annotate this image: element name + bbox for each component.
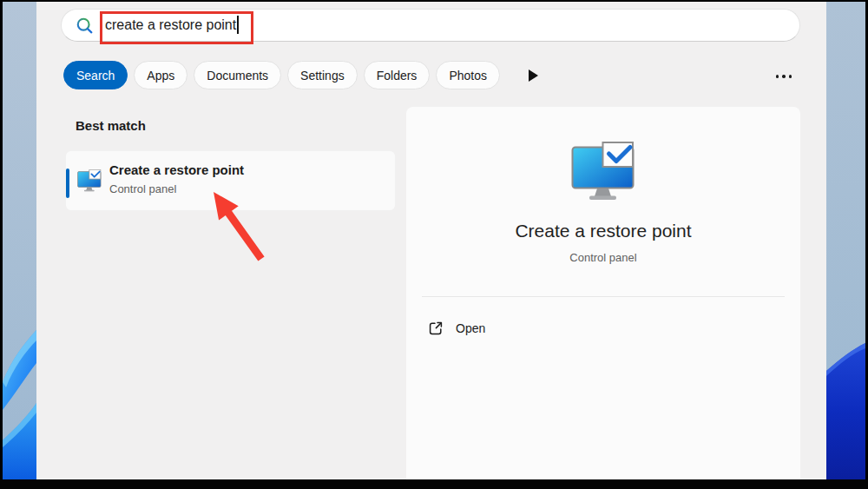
preview-subtitle: Control panel — [406, 251, 800, 264]
play-icon — [529, 69, 538, 82]
monitor-with-checkmark-icon — [571, 142, 635, 201]
monitor-with-checkmark-icon — [77, 169, 102, 192]
selection-accent-bar — [66, 169, 69, 198]
open-label: Open — [456, 321, 485, 335]
result-subtitle: Control panel — [109, 182, 176, 195]
text-cursor — [237, 16, 239, 34]
preview-panel: Create a restore point Control panel Ope… — [406, 107, 800, 479]
search-result-best-match[interactable]: Create a restore point Control panel — [65, 150, 396, 211]
search-query-text: create a restore point — [105, 10, 239, 41]
desktop-wallpaper-right — [826, 2, 865, 479]
taskbar-strip — [0, 479, 868, 489]
ellipsis-icon — [776, 75, 779, 78]
search-flyout-window: create a restore point Search Apps Docum… — [36, 2, 826, 479]
tab-apps[interactable]: Apps — [134, 61, 187, 89]
desktop-screenshot: create a restore point Search Apps Docum… — [0, 0, 868, 489]
result-title: Create a restore point — [109, 162, 244, 177]
best-match-heading: Best match — [76, 118, 146, 133]
tab-folders[interactable]: Folders — [364, 61, 431, 89]
open-action[interactable]: Open — [415, 313, 792, 344]
preview-title: Create a restore point — [406, 221, 800, 241]
desktop-wallpaper-left — [3, 2, 36, 479]
search-icon — [76, 17, 95, 36]
search-input[interactable]: create a restore point — [61, 9, 800, 42]
tab-search[interactable]: Search — [63, 61, 128, 89]
divider — [422, 296, 785, 297]
tab-settings[interactable]: Settings — [287, 61, 358, 89]
tab-photos[interactable]: Photos — [436, 61, 500, 89]
tab-documents[interactable]: Documents — [194, 61, 281, 89]
expand-tabs-button[interactable] — [529, 67, 542, 84]
external-open-icon — [428, 320, 444, 336]
search-query-value: create a restore point — [105, 17, 236, 32]
more-options-button[interactable] — [771, 68, 797, 85]
search-filter-tabs: Search Apps Documents Settings Folders P… — [63, 61, 542, 89]
